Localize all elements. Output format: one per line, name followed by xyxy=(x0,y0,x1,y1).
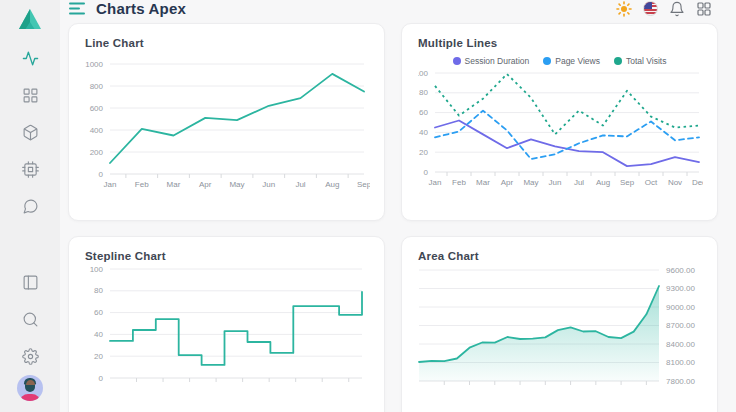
svg-text:Feb: Feb xyxy=(135,180,149,189)
svg-text:7800.00: 7800.00 xyxy=(666,377,695,386)
card-title: Stepline Chart xyxy=(85,250,368,262)
svg-text:Apr: Apr xyxy=(199,180,212,189)
legend-dot-icon xyxy=(614,57,622,65)
card-title: Area Chart xyxy=(418,250,701,262)
svg-text:Apr: Apr xyxy=(501,178,514,187)
svg-text:Sep: Sep xyxy=(620,178,635,187)
apps-grid-icon[interactable] xyxy=(696,1,712,17)
legend-label: Session Duration xyxy=(465,56,530,66)
activity-icon[interactable] xyxy=(22,50,39,67)
svg-text:9600.00: 9600.00 xyxy=(666,266,695,275)
svg-text:Aug: Aug xyxy=(325,180,339,189)
charts-grid: Line Chart 02004006008001000JanFebMarApr… xyxy=(60,17,736,412)
svg-text:May: May xyxy=(523,178,538,187)
avatar-shirt xyxy=(20,394,40,401)
svg-text:40: 40 xyxy=(94,330,103,339)
grid-icon[interactable] xyxy=(22,87,39,104)
svg-text:60: 60 xyxy=(419,108,428,117)
svg-text:20: 20 xyxy=(419,148,428,157)
hamburger-menu-icon[interactable] xyxy=(69,2,85,15)
app-logo-triangle[interactable] xyxy=(18,8,42,30)
svg-text:200: 200 xyxy=(90,148,104,157)
svg-text:May: May xyxy=(229,180,244,189)
chat-bubble-icon[interactable] xyxy=(22,198,39,215)
stepline-chart: 020406080100 xyxy=(85,264,370,412)
svg-text:8700.00: 8700.00 xyxy=(666,321,695,330)
svg-text:20: 20 xyxy=(94,352,103,361)
svg-text:60: 60 xyxy=(94,308,103,317)
svg-text:1000: 1000 xyxy=(85,60,103,69)
svg-text:Mar: Mar xyxy=(167,180,181,189)
cpu-icon[interactable] xyxy=(22,161,39,178)
legend-item[interactable]: Page Views xyxy=(543,56,600,66)
svg-text:Oct: Oct xyxy=(645,178,658,187)
svg-text:8400.00: 8400.00 xyxy=(666,340,695,349)
svg-text:0: 0 xyxy=(99,170,104,179)
svg-text:100: 100 xyxy=(418,69,429,78)
svg-text:Dec: Dec xyxy=(692,178,703,187)
legend-dot-icon xyxy=(453,57,461,65)
svg-text:Jul: Jul xyxy=(295,180,305,189)
svg-text:8100.00: 8100.00 xyxy=(666,358,695,367)
legend-dot-icon xyxy=(543,57,551,65)
card-title: Line Chart xyxy=(85,37,368,49)
svg-text:800: 800 xyxy=(90,82,104,91)
legend-label: Total Visits xyxy=(626,56,666,66)
bell-notifications-icon[interactable] xyxy=(669,1,685,17)
us-flag-language-icon[interactable] xyxy=(643,1,658,16)
svg-text:Nov: Nov xyxy=(668,178,682,187)
svg-text:400: 400 xyxy=(90,126,104,135)
card-title: Multiple Lines xyxy=(418,37,701,49)
svg-text:600: 600 xyxy=(90,104,104,113)
svg-text:9000.00: 9000.00 xyxy=(666,303,695,312)
svg-text:0: 0 xyxy=(424,168,429,177)
legend-label: Page Views xyxy=(555,56,600,66)
svg-text:Mar: Mar xyxy=(476,178,490,187)
user-avatar[interactable] xyxy=(17,375,43,401)
avatar-beard xyxy=(25,385,35,392)
svg-text:Jan: Jan xyxy=(429,178,442,187)
line-chart: 02004006008001000JanFebMarAprMayJunJulAu… xyxy=(85,52,370,202)
svg-text:100: 100 xyxy=(90,265,104,274)
settings-gear-icon[interactable] xyxy=(22,348,39,365)
cube-icon[interactable] xyxy=(22,124,39,141)
svg-text:Sep: Sep xyxy=(357,180,370,189)
svg-text:Jun: Jun xyxy=(262,180,275,189)
svg-text:80: 80 xyxy=(94,286,103,295)
svg-text:9300.00: 9300.00 xyxy=(666,284,695,293)
svg-text:0: 0 xyxy=(99,374,104,383)
multiple-lines-chart: 020406080100JanFebMarAprMayJunJulAugSepO… xyxy=(418,67,703,195)
page-title: Charts Apex xyxy=(96,0,186,17)
legend-item[interactable]: Total Visits xyxy=(614,56,666,66)
card-area-chart: Area Chart 7800.008100.008400.008700.009… xyxy=(401,236,718,412)
chart-legend: Session DurationPage ViewsTotal Visits xyxy=(418,55,701,67)
search-icon[interactable] xyxy=(22,311,39,328)
card-multiple-lines: Multiple Lines Session DurationPage View… xyxy=(401,23,718,221)
legend-item[interactable]: Session Duration xyxy=(453,56,530,66)
svg-text:Jul: Jul xyxy=(574,178,584,187)
flag-canton xyxy=(644,2,652,9)
header-actions xyxy=(616,1,712,17)
svg-text:Jan: Jan xyxy=(104,180,117,189)
top-header: Charts Apex xyxy=(60,0,736,17)
svg-text:80: 80 xyxy=(419,88,428,97)
sun-theme-icon[interactable] xyxy=(616,1,632,17)
layout-panel-icon[interactable] xyxy=(22,274,39,291)
card-line-chart: Line Chart 02004006008001000JanFebMarApr… xyxy=(68,23,385,221)
svg-text:40: 40 xyxy=(419,128,428,137)
sidebar xyxy=(0,0,60,412)
svg-text:Jun: Jun xyxy=(549,178,562,187)
svg-text:Aug: Aug xyxy=(596,178,610,187)
card-stepline-chart: Stepline Chart 020406080100 xyxy=(68,236,385,412)
area-chart: 7800.008100.008400.008700.009000.009300.… xyxy=(418,264,703,412)
svg-text:Feb: Feb xyxy=(452,178,466,187)
